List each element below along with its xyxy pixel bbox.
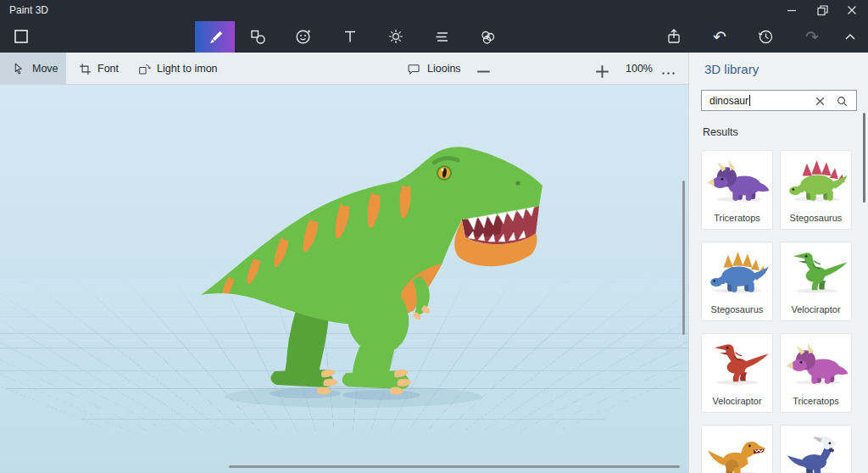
share-icon [665, 27, 683, 46]
canvas-tool-button[interactable] [429, 24, 454, 49]
search-icon[interactable] [837, 96, 848, 107]
trex-model[interactable] [180, 110, 561, 415]
library-item-label: Triceratops [702, 213, 772, 223]
brush-icon [206, 28, 225, 47]
maximize-icon [815, 3, 829, 17]
library-item-label: Stegosaurus [702, 304, 772, 314]
library-item-label: Velociraptor [702, 396, 772, 406]
crop-icon [78, 62, 92, 76]
dinosaur-thumbnail [784, 156, 849, 203]
library-item[interactable]: Stegosaurus [780, 150, 852, 230]
library-item[interactable]: Triceratops [701, 150, 773, 230]
library-item[interactable]: Stegosaurus [701, 242, 773, 321]
history-button[interactable] [754, 25, 777, 48]
speech-bubble-icon [407, 62, 421, 76]
library-item[interactable]: Velociraptor [780, 242, 852, 321]
zoom-value[interactable]: 100% [626, 63, 653, 75]
move-tool[interactable]: Move [0, 53, 66, 85]
zoom-in-icon [595, 64, 609, 79]
clear-search-icon[interactable] [815, 96, 826, 107]
panel-scrollbar[interactable] [863, 113, 865, 203]
redo-button[interactable]: ↷ [800, 25, 824, 48]
close-button[interactable] [840, 2, 864, 19]
3d-canvas[interactable] [0, 85, 688, 473]
close-icon [845, 3, 859, 17]
library-item[interactable]: Triceratops [780, 333, 852, 413]
rotate-cube-icon [137, 62, 152, 76]
3d-library-tool-button[interactable] [475, 24, 500, 49]
menu-icon [13, 28, 30, 45]
panel-title: 3D library [704, 62, 759, 76]
library-item-label: Triceratops [781, 396, 851, 406]
collapse-ribbon-button[interactable] [838, 25, 862, 48]
text-icon [341, 27, 359, 46]
library-item-label: Velociraptor [781, 304, 851, 314]
canvas-vertical-scrollbar[interactable] [682, 181, 685, 335]
effects-tool-button[interactable] [383, 24, 409, 49]
3d-library-panel: 3D library dinosaur Results Triceratops … [688, 53, 868, 473]
library-item[interactable]: Velociraptor [701, 333, 773, 413]
text-tool-button[interactable] [337, 24, 363, 49]
zoom-out-icon [476, 64, 491, 79]
shapes-tool-button[interactable] [245, 24, 270, 49]
3d-library-icon [478, 27, 497, 46]
undo-icon: ↶ [713, 29, 726, 45]
search-input[interactable]: dinosaur [701, 90, 857, 111]
title-bar: Paint 3D [0, 0, 868, 53]
effects-icon [387, 27, 405, 46]
menu-button[interactable] [10, 25, 32, 47]
library-item[interactable] [780, 425, 852, 473]
dinosaur-thumbnail [705, 248, 771, 295]
library-item-label: Stegosaurus [781, 213, 851, 223]
library-item[interactable] [701, 425, 773, 473]
move-label: Move [32, 63, 58, 75]
redo-icon: ↷ [805, 29, 819, 45]
minimize-icon [785, 3, 798, 17]
ellipsis-icon [661, 66, 676, 81]
text-cursor [749, 95, 750, 106]
chevron-up-icon [842, 28, 859, 45]
dinosaur-thumbnail [784, 339, 849, 387]
dinosaur-thumbnail [784, 431, 849, 473]
canvas-icon [432, 27, 451, 46]
ribbon: Move Font Light to imon Liooins 100% [0, 53, 688, 85]
app-title: Paint 3D [9, 4, 48, 16]
dinosaur-thumbnail [705, 339, 771, 387]
results-grid: Triceratops Stegosaurus Stegosaurus [701, 150, 854, 473]
undo-button[interactable]: ↶ [708, 25, 732, 48]
canvas-horizontal-scrollbar[interactable] [229, 465, 680, 468]
stickers-icon [294, 27, 313, 46]
dinosaur-thumbnail [784, 248, 849, 295]
minimize-button[interactable] [780, 2, 804, 19]
shapes-icon [248, 27, 267, 46]
move-cursor-icon [12, 62, 26, 76]
stickers-label: Liooins [427, 63, 461, 75]
results-label: Results [703, 126, 738, 138]
maximize-button[interactable] [810, 2, 834, 19]
stickers-tool-button[interactable] [291, 24, 316, 49]
dinosaur-thumbnail [705, 156, 771, 203]
dinosaur-thumbnail [705, 431, 771, 473]
history-icon [756, 27, 775, 46]
search-value: dinosaur [709, 95, 748, 107]
share-button[interactable] [662, 25, 686, 48]
light-label: Light to imon [157, 63, 218, 75]
brush-tool-button[interactable] [195, 21, 235, 53]
font-label: Font [97, 63, 119, 75]
